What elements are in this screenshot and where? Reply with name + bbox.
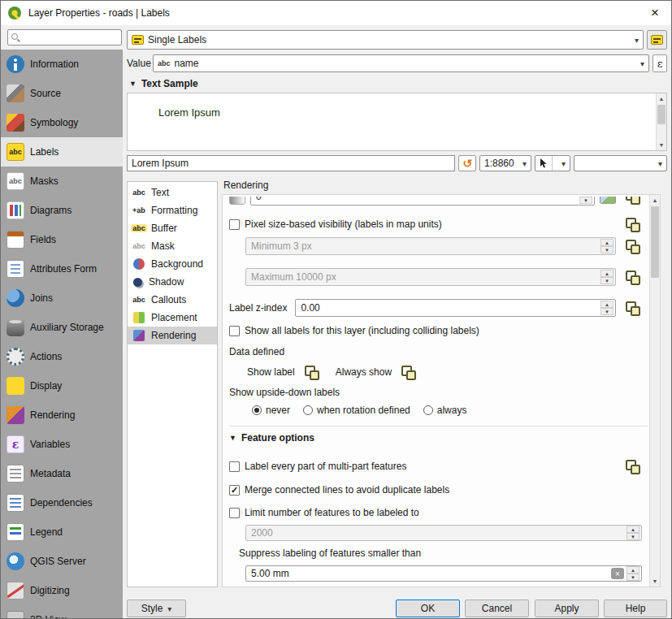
- value-field-combo[interactable]: abc name ▾: [153, 54, 649, 72]
- cancel-button[interactable]: Cancel: [465, 600, 529, 617]
- tab-text[interactable]: abcText: [128, 184, 217, 201]
- scroll-down-icon[interactable]: ▼: [650, 576, 660, 587]
- chevron-down-icon: ▾: [640, 59, 644, 68]
- tab-callouts[interactable]: abcCallouts: [128, 291, 217, 309]
- tab-shadow[interactable]: Shadow: [128, 273, 217, 291]
- data-defined-override-icon[interactable]: [622, 458, 642, 474]
- show-all-labels-checkbox[interactable]: [229, 326, 240, 336]
- tab-background[interactable]: Background: [128, 255, 217, 273]
- data-defined-override-icon[interactable]: [622, 216, 642, 232]
- sidebar-item-attributes-form[interactable]: Attributes Form: [1, 254, 123, 284]
- z-index-spinbox[interactable]: 0.00 ▲ ▼: [295, 299, 616, 317]
- radio-never[interactable]: never: [252, 405, 290, 416]
- spin-up-icon[interactable]: ▲: [600, 270, 613, 277]
- tab-mask[interactable]: abcMask: [128, 237, 217, 255]
- spin-buttons[interactable]: ▲ ▼: [626, 566, 639, 581]
- scroll-up-icon[interactable]: ▲: [650, 195, 660, 206]
- clear-icon[interactable]: ×: [611, 568, 624, 579]
- sidebar-item-digitizing[interactable]: Digitizing: [1, 576, 123, 605]
- labeling-engine-settings-button[interactable]: [647, 30, 667, 50]
- data-defined-override-icon[interactable]: [622, 300, 642, 316]
- sidebar-item-display[interactable]: Display: [1, 371, 123, 400]
- limit-value-spinbox[interactable]: 2000 ▲ ▼: [245, 525, 642, 541]
- set-scale-from-canvas-button[interactable]: ▾: [535, 155, 570, 171]
- sidebar-item-diagrams[interactable]: Diagrams: [1, 196, 123, 225]
- search-box[interactable]: [7, 29, 122, 45]
- spin-buttons[interactable]: ▲ ▼: [626, 526, 639, 540]
- sidebar-item-qgis-server[interactable]: QGIS Server: [1, 547, 123, 576]
- spin-down-icon[interactable]: ▼: [600, 277, 613, 284]
- scrollbar-thumb[interactable]: [651, 206, 659, 278]
- sidebar-item-dependencies[interactable]: Dependencies: [1, 488, 123, 517]
- spin-up-icon[interactable]: ▲: [626, 566, 639, 574]
- sidebar-item-3d-view[interactable]: 3D View: [1, 605, 123, 618]
- sidebar-item-joins[interactable]: Joins: [1, 284, 123, 313]
- tab-placement[interactable]: Placement: [128, 309, 217, 327]
- spin-down-icon[interactable]: ▼: [600, 308, 613, 315]
- help-button[interactable]: Help: [604, 600, 667, 617]
- expression-builder-button[interactable]: ε: [652, 54, 667, 72]
- sidebar-item-legend[interactable]: Legend: [1, 517, 123, 547]
- label-every-part-checkbox[interactable]: [229, 461, 240, 472]
- panel-scrollbar[interactable]: ▲ ▼: [649, 195, 660, 587]
- sidebar-item-rendering[interactable]: Rendering: [1, 400, 123, 430]
- feature-options-header[interactable]: ▼ Feature options: [229, 432, 642, 444]
- scroll-up-icon[interactable]: ▲: [657, 93, 666, 104]
- sidebar-item-information[interactable]: Information: [1, 50, 123, 79]
- tab-buffer[interactable]: abcBuffer: [128, 219, 217, 237]
- data-defined-override-icon[interactable]: [398, 364, 418, 380]
- radio-always[interactable]: always: [423, 405, 467, 416]
- merge-lines-checkbox[interactable]: ✓: [229, 485, 240, 496]
- spin-up-icon[interactable]: ▲: [600, 239, 613, 246]
- search-input[interactable]: [24, 32, 118, 43]
- radio-when-rotation-defined[interactable]: when rotation defined: [303, 405, 410, 416]
- spin-buttons[interactable]: ▲ ▼: [600, 239, 613, 253]
- pixel-visibility-checkbox[interactable]: [229, 219, 240, 230]
- scroll-down-icon[interactable]: ▼: [657, 140, 666, 150]
- data-defined-override-icon[interactable]: [622, 269, 642, 285]
- scrollbar-thumb[interactable]: [657, 105, 665, 124]
- data-defined-override-icon[interactable]: [622, 238, 642, 254]
- sidebar-item-metadata[interactable]: Metadata: [1, 459, 123, 488]
- reset-sample-button[interactable]: ↺: [458, 155, 476, 171]
- tab-rendering[interactable]: Rendering: [128, 327, 217, 344]
- sample-text-input[interactable]: Lorem Ipsum: [127, 155, 455, 171]
- ok-button[interactable]: OK: [396, 600, 460, 617]
- sidebar-item-auxiliary-storage[interactable]: Auxiliary Storage: [1, 313, 123, 342]
- maximum-size-spinbox[interactable]: Maximum 10000 px ▲ ▼: [245, 268, 616, 286]
- sidebar-item-variables[interactable]: εVariables: [1, 430, 123, 459]
- map-canvas-icon[interactable]: [600, 197, 616, 204]
- sidebar-item-source[interactable]: Source: [1, 79, 123, 108]
- text-sample-header[interactable]: ▼ Text Sample: [129, 78, 198, 89]
- style-button[interactable]: Style ▾: [127, 600, 186, 617]
- sidebar-item-labels[interactable]: abcLabels: [1, 137, 123, 167]
- sidebar-item-label: Source: [30, 88, 61, 99]
- spin-down-icon[interactable]: ▼: [626, 533, 639, 540]
- sidebar-item-masks[interactable]: abcMasks: [1, 167, 123, 196]
- apply-button[interactable]: Apply: [535, 600, 599, 617]
- spin-buttons[interactable]: ▲ ▼: [600, 301, 613, 315]
- clipped-spinbox[interactable]: 0 ▲ ▼: [250, 197, 595, 206]
- sidebar-item-actions[interactable]: Actions: [1, 342, 123, 371]
- preview-scrollbar[interactable]: ▲ ▼: [656, 93, 666, 150]
- preview-background-combo[interactable]: ▾: [574, 155, 667, 171]
- spin-down-icon[interactable]: ▼: [579, 197, 592, 204]
- labeling-mode-combo[interactable]: Single Labels ▾: [127, 30, 644, 50]
- spin-down-icon[interactable]: ▼: [600, 246, 613, 253]
- sidebar-item-fields[interactable]: Fields: [1, 225, 123, 254]
- tab-formatting[interactable]: +abFormatting: [128, 201, 217, 219]
- limit-features-checkbox[interactable]: [229, 508, 240, 518]
- spin-buttons[interactable]: ▲ ▼: [600, 270, 613, 284]
- close-icon[interactable]: ×: [644, 3, 666, 23]
- attributes-form-icon: [7, 260, 24, 278]
- spin-buttons[interactable]: ▲ ▼: [579, 197, 592, 204]
- spin-up-icon[interactable]: ▲: [600, 301, 613, 308]
- preview-scale-combo[interactable]: 1:8860 ▾: [479, 155, 531, 171]
- data-defined-override-icon[interactable]: [301, 364, 321, 380]
- minimum-size-spinbox[interactable]: Minimum 3 px ▲ ▼: [245, 237, 616, 255]
- data-defined-override-icon[interactable]: [622, 197, 642, 205]
- spin-down-icon[interactable]: ▼: [626, 574, 639, 581]
- spin-up-icon[interactable]: ▲: [626, 526, 639, 533]
- suppress-value-spinbox[interactable]: 5.00 mm × ▲ ▼: [245, 565, 642, 582]
- sidebar-item-symbology[interactable]: Symbology: [1, 108, 123, 137]
